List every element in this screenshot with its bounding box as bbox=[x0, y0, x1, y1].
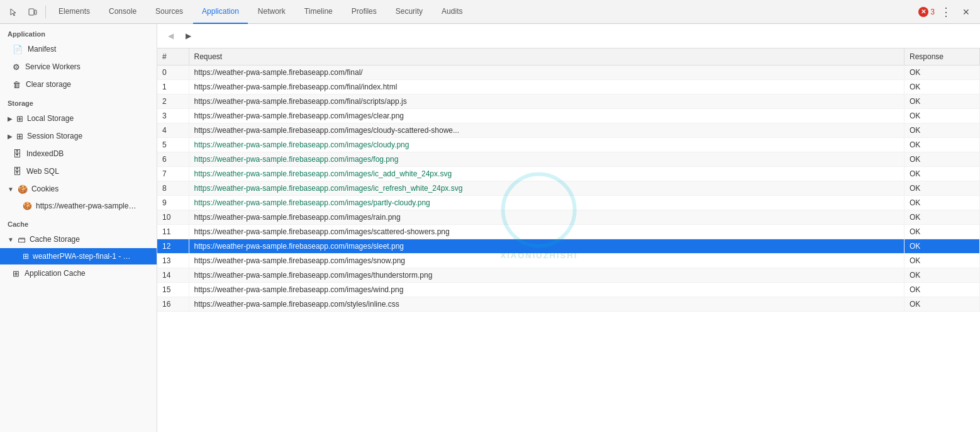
main-layout: Application 📄 Manifest ⚙ Service Workers… bbox=[0, 24, 980, 432]
table-row[interactable]: 8https://weather-pwa-sample.firebaseapp.… bbox=[157, 181, 980, 196]
cell-request: https://weather-pwa-sample.firebaseapp.c… bbox=[189, 152, 905, 167]
error-circle: ✕ bbox=[918, 7, 928, 17]
tab-sources[interactable]: Sources bbox=[147, 0, 192, 24]
app-cache-icon: ⊞ bbox=[13, 269, 19, 278]
cell-request: https://weather-pwa-sample.firebaseapp.c… bbox=[189, 94, 905, 109]
device-icon[interactable] bbox=[24, 3, 42, 21]
cell-response: OK bbox=[905, 138, 980, 152]
table-row[interactable]: 5https://weather-pwa-sample.firebaseapp.… bbox=[157, 138, 980, 152]
cache-child-icon: ⊞ bbox=[23, 252, 29, 261]
cursor-icon[interactable] bbox=[5, 3, 23, 21]
table-row[interactable]: 4https://weather-pwa-sample.firebaseapp.… bbox=[157, 123, 980, 138]
cell-request: https://weather-pwa-sample.firebaseapp.c… bbox=[189, 297, 905, 312]
sidebar-item-cookies[interactable]: ▼ 🍪 Cookies bbox=[0, 180, 157, 198]
more-icon[interactable]: ⋮ bbox=[937, 3, 955, 21]
cache-section-header: Cache bbox=[0, 214, 157, 230]
table-row[interactable]: 2https://weather-pwa-sample.firebaseapp.… bbox=[157, 94, 980, 109]
cell-num: 16 bbox=[157, 297, 189, 312]
sidebar-item-cache-child[interactable]: ⊞ weatherPWA-step-final-1 - https://weat… bbox=[0, 248, 157, 264]
table-row[interactable]: 12https://weather-pwa-sample.firebaseapp… bbox=[157, 239, 980, 254]
cell-request: https://weather-pwa-sample.firebaseapp.c… bbox=[189, 80, 905, 94]
cell-response: OK bbox=[905, 254, 980, 268]
application-section-header: Application bbox=[0, 24, 157, 40]
tab-profiles[interactable]: Profiles bbox=[343, 0, 386, 24]
cell-response: OK bbox=[905, 123, 980, 138]
cell-response: OK bbox=[905, 283, 980, 297]
cache-storage-icon: 🗃 bbox=[18, 235, 26, 244]
sidebar-item-clear-storage[interactable]: 🗑 Clear storage bbox=[0, 76, 157, 93]
cell-response: OK bbox=[905, 94, 980, 109]
cell-request: https://weather-pwa-sample.firebaseapp.c… bbox=[189, 210, 905, 225]
tab-audits[interactable]: Audits bbox=[433, 0, 471, 24]
cell-num: 3 bbox=[157, 109, 189, 123]
cache-table: # Request Response 0https://weather-pwa-… bbox=[157, 48, 980, 432]
table-row[interactable]: 15https://weather-pwa-sample.firebaseapp… bbox=[157, 283, 980, 297]
table-row[interactable]: 16https://weather-pwa-sample.firebaseapp… bbox=[157, 297, 980, 312]
cell-request: https://weather-pwa-sample.firebaseapp.c… bbox=[189, 239, 905, 254]
nav-forward-button[interactable]: ▶ bbox=[181, 29, 195, 43]
nav-back-button[interactable]: ◀ bbox=[164, 29, 177, 43]
cell-request: https://weather-pwa-sample.firebaseapp.c… bbox=[189, 225, 905, 239]
table-row[interactable]: 7https://weather-pwa-sample.firebaseapp.… bbox=[157, 167, 980, 181]
table-row[interactable]: 6https://weather-pwa-sample.firebaseapp.… bbox=[157, 152, 980, 167]
sidebar-item-app-cache[interactable]: ⊞ Application Cache bbox=[0, 264, 157, 282]
col-header-request: Request bbox=[189, 48, 905, 65]
clear-storage-icon: 🗑 bbox=[13, 80, 21, 89]
cell-request: https://weather-pwa-sample.firebaseapp.c… bbox=[189, 138, 905, 152]
table-row[interactable]: 0https://weather-pwa-sample.firebaseapp.… bbox=[157, 65, 980, 80]
table-row[interactable]: 3https://weather-pwa-sample.firebaseapp.… bbox=[157, 109, 980, 123]
sidebar-item-manifest[interactable]: 📄 Manifest bbox=[0, 40, 157, 58]
sidebar-item-web-sql[interactable]: 🗄 Web SQL bbox=[0, 162, 157, 180]
content-area: ◀ ▶ # Request Response 0https://weather-… bbox=[157, 24, 980, 432]
cell-num: 7 bbox=[157, 167, 189, 181]
error-badge[interactable]: ✕ 3 bbox=[918, 7, 935, 17]
sidebar-item-cache-storage[interactable]: ▼ 🗃 Cache Storage bbox=[0, 230, 157, 248]
close-icon[interactable]: ✕ bbox=[957, 3, 975, 21]
cell-num: 13 bbox=[157, 254, 189, 268]
tab-network[interactable]: Network bbox=[249, 0, 294, 24]
toolbar-divider bbox=[45, 6, 46, 18]
sidebar-item-cookies-child[interactable]: 🍪 https://weather-pwa-sample.firebaseapp… bbox=[0, 198, 157, 214]
tab-console[interactable]: Console bbox=[100, 0, 145, 24]
cell-num: 8 bbox=[157, 181, 189, 196]
tab-elements[interactable]: Elements bbox=[50, 0, 99, 24]
sidebar-item-service-workers[interactable]: ⚙ Service Workers bbox=[0, 58, 157, 76]
tab-security[interactable]: Security bbox=[387, 0, 432, 24]
cell-num: 14 bbox=[157, 268, 189, 283]
table-body: 0https://weather-pwa-sample.firebaseapp.… bbox=[157, 65, 980, 312]
cell-response: OK bbox=[905, 297, 980, 312]
table-row[interactable]: 14https://weather-pwa-sample.firebaseapp… bbox=[157, 268, 980, 283]
cell-num: 11 bbox=[157, 225, 189, 239]
cell-response: OK bbox=[905, 109, 980, 123]
table-row[interactable]: 9https://weather-pwa-sample.firebaseapp.… bbox=[157, 196, 980, 210]
cell-request: https://weather-pwa-sample.firebaseapp.c… bbox=[189, 181, 905, 196]
cookies-arrow: ▼ bbox=[8, 186, 14, 193]
cookies-icon: 🍪 bbox=[18, 185, 28, 194]
devtools-toolbar: Elements Console Sources Application Net… bbox=[0, 0, 980, 24]
cell-request: https://weather-pwa-sample.firebaseapp.c… bbox=[189, 196, 905, 210]
table-row[interactable]: 11https://weather-pwa-sample.firebaseapp… bbox=[157, 225, 980, 239]
cell-request: https://weather-pwa-sample.firebaseapp.c… bbox=[189, 254, 905, 268]
cell-num: 4 bbox=[157, 123, 189, 138]
cell-num: 2 bbox=[157, 94, 189, 109]
sidebar-item-session-storage[interactable]: ▶ ⊞ Session Storage bbox=[0, 127, 157, 145]
table-header-row: # Request Response bbox=[157, 48, 980, 65]
svg-rect-0 bbox=[29, 9, 34, 15]
cell-request: https://weather-pwa-sample.firebaseapp.c… bbox=[189, 283, 905, 297]
session-storage-icon: ⊞ bbox=[16, 132, 23, 141]
cell-response: OK bbox=[905, 210, 980, 225]
table-row[interactable]: 13https://weather-pwa-sample.firebaseapp… bbox=[157, 254, 980, 268]
cell-num: 10 bbox=[157, 210, 189, 225]
cell-request: https://weather-pwa-sample.firebaseapp.c… bbox=[189, 65, 905, 80]
table-row[interactable]: 10https://weather-pwa-sample.firebaseapp… bbox=[157, 210, 980, 225]
requests-table: # Request Response 0https://weather-pwa-… bbox=[157, 48, 980, 312]
sidebar-item-local-storage[interactable]: ▶ ⊞ Local Storage bbox=[0, 110, 157, 127]
cell-num: 0 bbox=[157, 65, 189, 80]
tab-timeline[interactable]: Timeline bbox=[296, 0, 342, 24]
cache-storage-arrow: ▼ bbox=[8, 236, 14, 243]
cell-num: 9 bbox=[157, 196, 189, 210]
sidebar-item-indexeddb[interactable]: 🗄 IndexedDB bbox=[0, 145, 157, 162]
nav-arrows: ◀ ▶ bbox=[157, 24, 980, 48]
table-row[interactable]: 1https://weather-pwa-sample.firebaseapp.… bbox=[157, 80, 980, 94]
tab-application[interactable]: Application bbox=[193, 0, 248, 24]
